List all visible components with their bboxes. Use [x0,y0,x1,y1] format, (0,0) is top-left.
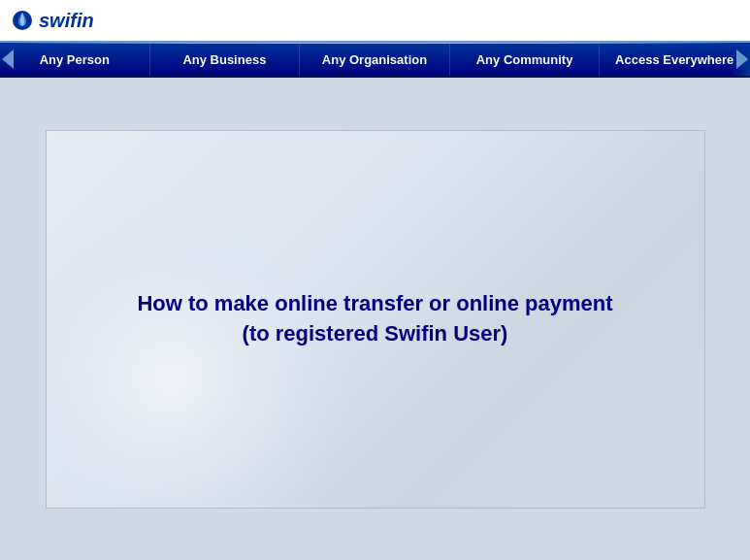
nav-item-any-community[interactable]: Any Community [450,43,601,76]
nav-item-access-everywhere[interactable]: Access Everywhere [600,43,750,76]
nav-item-any-person[interactable]: Any Person [0,43,150,76]
content-text-block: How to make online transfer or online pa… [117,270,632,369]
nav-right-arrow [734,43,750,76]
content-box: How to make online transfer or online pa… [46,130,705,509]
main-content: How to make online transfer or online pa… [0,78,750,560]
right-arrow-icon [736,49,748,69]
logo-container: swifin [12,10,94,32]
swifin-logo-icon [12,10,33,31]
left-arrow-icon [2,49,14,69]
navbar: Any Person Any Business Any Organisation… [0,41,750,78]
logo-text: swifin [39,10,94,32]
content-title: How to make online transfer or online pa… [137,289,612,349]
header: swifin [0,0,750,41]
nav-item-any-business[interactable]: Any Business [150,43,301,76]
nav-left-arrow [0,43,16,76]
nav-item-any-organisation[interactable]: Any Organisation [300,43,450,76]
